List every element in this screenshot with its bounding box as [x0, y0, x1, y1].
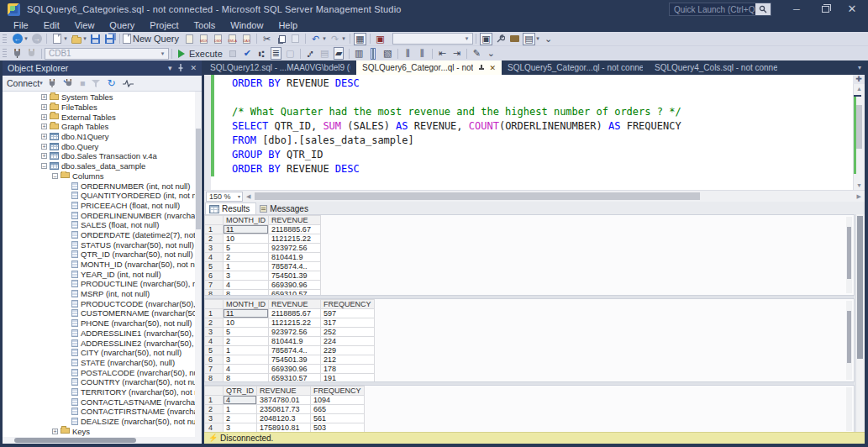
document-tab-4[interactable]: SQLQuery4_Cols.sql - not connected: [649, 60, 783, 75]
menu-file[interactable]: File: [6, 19, 36, 31]
editor-zoom-combo[interactable]: 150 % ▾: [206, 192, 243, 202]
tab-overflow-icon[interactable]: ▾: [858, 64, 861, 71]
tree-item[interactable]: COUNTRY (nvarchar(50), not null): [3, 377, 195, 387]
column-header-month_id[interactable]: MONTH_ID: [224, 300, 269, 309]
tree-item[interactable]: +External Tables: [3, 112, 195, 122]
activity-monitor-icon[interactable]: [123, 80, 134, 87]
tree-item[interactable]: ORDERLINENUMBER (nvarchar(50), not null): [3, 210, 195, 220]
connect-query-button[interactable]: [10, 47, 24, 60]
dax-query-button[interactable]: DAX: [239, 33, 254, 45]
grid-cell[interactable]: 1094: [311, 396, 365, 405]
tree-item[interactable]: QTR_ID (nvarchar(50), not null): [3, 250, 195, 260]
grid-cell[interactable]: 2: [224, 337, 269, 346]
mdx-query-button[interactable]: MDX: [197, 33, 211, 45]
tree-item[interactable]: PRICEEACH (float, not null): [3, 201, 195, 211]
quick-launch-input[interactable]: Quick Launch (Ctrl+Q): [669, 3, 771, 16]
menu-help[interactable]: Help: [271, 19, 305, 31]
expand-icon[interactable]: +: [41, 134, 47, 139]
grid-cell[interactable]: 10: [224, 234, 269, 244]
grid-cell[interactable]: 2118885.67: [269, 225, 321, 234]
estimated-plan-button[interactable]: ≣: [269, 47, 283, 60]
scrollbar-thumb[interactable]: [196, 129, 201, 229]
results-grid-3[interactable]: QTR_IDREVENUEFREQUENCY143874780.01109421…: [204, 386, 365, 432]
oe-connect-plug-button[interactable]: [48, 78, 56, 88]
grid-cell[interactable]: 8: [224, 290, 269, 297]
grid-corner-cell[interactable]: [205, 387, 224, 396]
sqlcmd-mode-button[interactable]: ✎: [470, 47, 484, 60]
menu-window[interactable]: Window: [223, 19, 271, 31]
tree-item[interactable]: +dbo.Query: [3, 141, 195, 151]
column-header-qtr_id[interactable]: QTR_ID: [224, 387, 257, 396]
row-number-cell[interactable]: 4: [205, 337, 224, 346]
row-number-cell[interactable]: 7: [205, 281, 224, 290]
column-header-month_id[interactable]: MONTH_ID: [224, 216, 269, 225]
scrollbar-thumb[interactable]: [847, 311, 851, 363]
tree-item[interactable]: +dbo.N1Query: [3, 132, 195, 142]
scroll-left-icon[interactable]: ◀: [246, 193, 250, 200]
toolbar-grip[interactable]: [3, 34, 7, 44]
grid-cell[interactable]: 1: [224, 346, 269, 355]
grid-cell[interactable]: 10: [224, 318, 269, 328]
toolbox-button[interactable]: [508, 33, 522, 45]
menu-query[interactable]: Query: [102, 19, 142, 31]
grid-cell[interactable]: 785874.4..: [269, 262, 321, 271]
column-header-revenue[interactable]: REVENUE: [257, 387, 311, 396]
tree-item[interactable]: CONTACTFIRSTNAME (nvarchar(50), not null…: [3, 407, 195, 417]
cut-button[interactable]: ✂: [260, 33, 274, 45]
scrollbar-thumb[interactable]: [857, 216, 863, 359]
grid-cell[interactable]: 561: [311, 414, 365, 423]
registered-servers-button[interactable]: ▣: [373, 33, 387, 45]
comment-out-button[interactable]: ⫼: [401, 47, 415, 60]
tree-item[interactable]: CONTACTLASTNAME (nvarchar(50), not null): [3, 397, 195, 407]
query-designer-button[interactable]: ⑇: [303, 47, 318, 60]
tree-item[interactable]: +dbo.Sales Transaction v.4a: [3, 151, 195, 161]
grid-cell[interactable]: 923972.56: [269, 244, 321, 253]
expand-icon[interactable]: +: [52, 429, 58, 434]
redo-button[interactable]: ↷: [328, 33, 342, 45]
analyze-query-button[interactable]: ⑆: [255, 47, 269, 60]
grid-vscrollbar[interactable]: [846, 387, 852, 431]
menu-view[interactable]: View: [67, 19, 103, 31]
collapse-icon[interactable]: –: [52, 173, 58, 179]
minimize-button[interactable]: ─: [784, 0, 809, 18]
row-number-cell[interactable]: 1: [205, 309, 224, 318]
uncomment-button[interactable]: ⫼: [415, 47, 429, 60]
results-to-file-button[interactable]: ▧: [381, 47, 395, 60]
grid-cell[interactable]: 178: [321, 365, 375, 374]
document-tab-3[interactable]: SQLQuery5_Categor...ql - not connected: [502, 60, 649, 75]
grid-cell[interactable]: 1: [224, 262, 269, 271]
change-connection-button[interactable]: [24, 47, 39, 60]
document-tab-1[interactable]: SQLQuery12.sql - ...MAA0VG\bdel9 (64))*: [204, 60, 356, 75]
tree-item[interactable]: POSTALCODE (nvarchar(50), null): [3, 367, 195, 377]
grid-cell[interactable]: 669390.96: [269, 281, 321, 290]
save-all-button[interactable]: [103, 33, 117, 45]
column-header-revenue[interactable]: REVENUE: [269, 216, 321, 225]
grid-cell[interactable]: 4: [224, 281, 269, 290]
row-number-cell[interactable]: 8: [205, 290, 224, 297]
collapse-icon[interactable]: –: [41, 163, 47, 169]
grid-cell[interactable]: 2: [224, 414, 257, 423]
search-icon[interactable]: [755, 3, 771, 15]
grid-cell[interactable]: 3: [224, 423, 257, 433]
menu-tools[interactable]: Tools: [187, 19, 224, 31]
grid-cell[interactable]: 810441.9: [269, 253, 321, 262]
grid-corner-cell[interactable]: [205, 300, 224, 309]
results-vscrollbar[interactable]: [855, 214, 865, 432]
row-number-cell[interactable]: 7: [205, 365, 224, 374]
column-header-frequency[interactable]: FREQUENCY: [311, 387, 365, 396]
tree-item[interactable]: +Keys: [3, 426, 195, 436]
results-grid-1[interactable]: MONTH_IDREVENUE1112118885.672101121215.2…: [204, 215, 321, 296]
expand-icon[interactable]: +: [41, 104, 47, 110]
tree-item[interactable]: SALES (float, not null): [3, 220, 195, 230]
grid-cell[interactable]: 1: [224, 405, 257, 414]
execute-button[interactable]: Execute: [178, 47, 226, 60]
oe-disconnect-plug-button[interactable]: [63, 78, 73, 88]
grid-cell[interactable]: 1121215.22: [269, 234, 321, 244]
expand-icon[interactable]: +: [41, 153, 47, 159]
tree-item[interactable]: TERRITORY (nvarchar(50), not null): [3, 387, 195, 397]
pin-icon[interactable]: [478, 65, 485, 71]
tree-item[interactable]: –Columns: [3, 171, 195, 181]
grid-cell[interactable]: 810441.9: [269, 337, 321, 346]
grid-cell[interactable]: 597: [321, 309, 375, 318]
grid-cell[interactable]: 11: [224, 309, 269, 318]
